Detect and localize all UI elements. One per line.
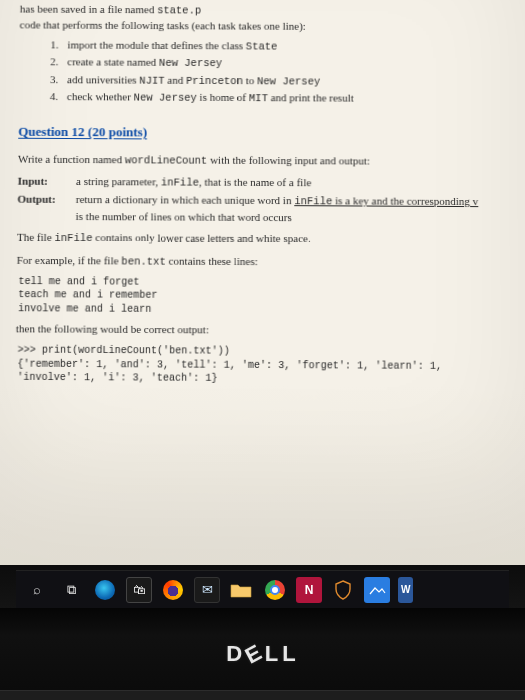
intro-line: has been saved in a file named state.p c… bbox=[20, 2, 509, 36]
output-label: Output: bbox=[17, 192, 66, 224]
task-item: create a state named New Jersey bbox=[61, 55, 508, 73]
intro-filename: state.p bbox=[157, 4, 201, 16]
output-row: Output: return a dictionary in which eac… bbox=[17, 192, 508, 227]
task-item: add universities NJIT and Princeton to N… bbox=[61, 72, 508, 90]
edge-icon[interactable] bbox=[92, 577, 118, 603]
chrome-icon[interactable] bbox=[262, 577, 288, 603]
task-view-icon[interactable]: ⧉ bbox=[58, 577, 84, 603]
task-item: check whether New Jersey is home of MIT … bbox=[61, 89, 508, 107]
file-note: The file inFile contains only lower case… bbox=[17, 230, 509, 249]
mail-icon[interactable]: ✉ bbox=[194, 577, 220, 603]
photos-icon[interactable] bbox=[364, 577, 390, 603]
question-heading: Question 12 (20 points) bbox=[18, 123, 508, 144]
file-explorer-icon[interactable] bbox=[228, 577, 254, 603]
photo-of-screen: has been saved in a file named state.p c… bbox=[0, 0, 525, 700]
example-file-contents: tell me and i forget teach me and i reme… bbox=[18, 275, 509, 318]
store-icon[interactable]: 🛍 bbox=[126, 577, 152, 603]
document-page: has been saved in a file named state.p c… bbox=[0, 0, 525, 570]
security-icon[interactable] bbox=[330, 577, 356, 603]
laptop-bezel: DELL bbox=[0, 608, 525, 700]
task-item: import the module that defines the class… bbox=[61, 38, 508, 56]
laptop-lower: ⌕ ⧉ 🛍 ✉ N W DELL bbox=[0, 565, 525, 700]
intro-main: code that performs the following tasks (… bbox=[20, 19, 306, 32]
windows-taskbar: ⌕ ⧉ 🛍 ✉ N W bbox=[16, 570, 509, 608]
search-icon[interactable]: ⌕ bbox=[24, 577, 50, 603]
input-row: Input: a string parameter, inFile, that … bbox=[18, 174, 509, 193]
then-line: then the following would be correct outp… bbox=[16, 322, 509, 341]
netflix-icon[interactable]: N bbox=[296, 577, 322, 603]
dell-logo: DELL bbox=[226, 641, 298, 667]
laptop-lip bbox=[0, 690, 525, 700]
question-intro: Write a function named wordLineCount wit… bbox=[18, 152, 508, 171]
intro-tail-fragment: has been saved in a file named bbox=[20, 3, 157, 16]
task-list: import the module that defines the class… bbox=[61, 38, 508, 108]
repl-output: >>> print(wordLineCount('ben.txt')) {'re… bbox=[17, 344, 509, 388]
firefox-icon[interactable] bbox=[160, 577, 186, 603]
word-icon[interactable]: W bbox=[398, 577, 413, 603]
example-intro: For example, if the file ben.txt contain… bbox=[17, 253, 509, 272]
input-label: Input: bbox=[18, 174, 66, 190]
